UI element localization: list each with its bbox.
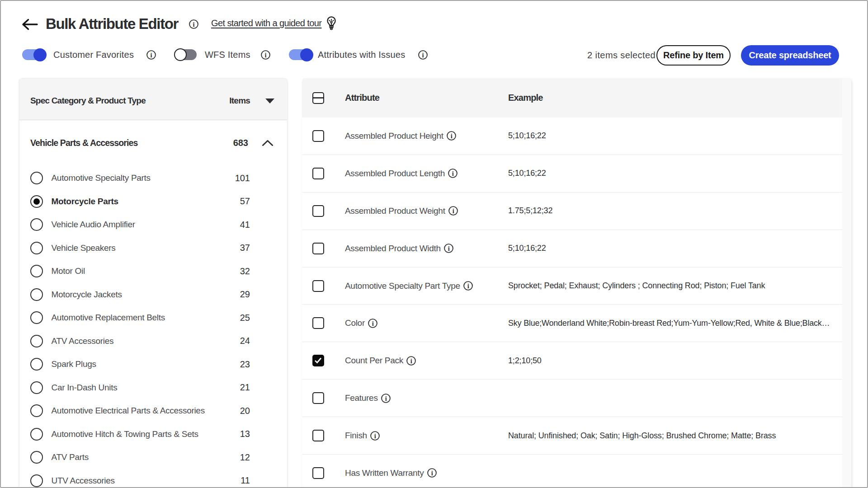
svg-text:i: i	[451, 132, 453, 140]
svg-text:i: i	[193, 21, 194, 28]
svg-text:i: i	[422, 52, 424, 59]
svg-text:i: i	[431, 469, 433, 477]
svg-text:i: i	[385, 394, 387, 402]
svg-text:i: i	[150, 52, 152, 59]
svg-text:i: i	[453, 207, 454, 215]
svg-text:i: i	[448, 245, 450, 252]
svg-text:i: i	[410, 357, 412, 364]
svg-text:i: i	[452, 170, 454, 177]
svg-text:i: i	[374, 432, 376, 439]
svg-text:i: i	[264, 52, 266, 59]
svg-text:i: i	[372, 319, 374, 327]
svg-text:i: i	[467, 282, 469, 290]
